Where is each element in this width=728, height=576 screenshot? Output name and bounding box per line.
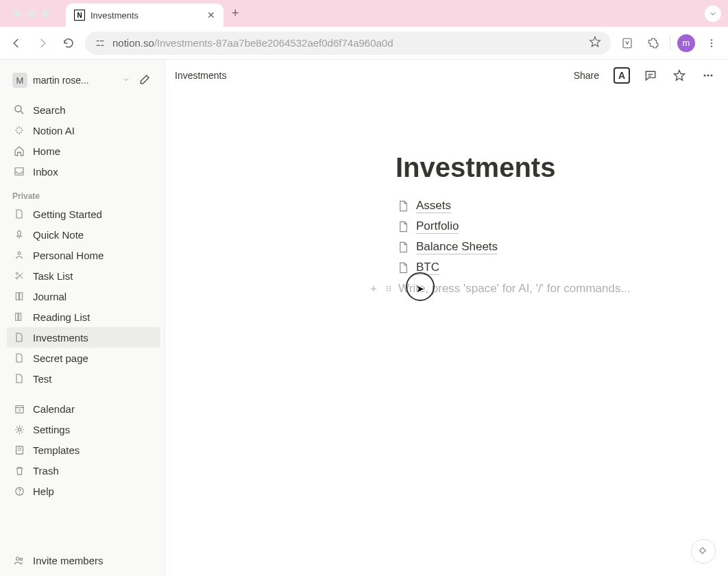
svg-point-19 — [19, 493, 19, 494]
new-page-button[interactable] — [136, 69, 155, 91]
reload-icon — [62, 37, 75, 49]
new-tab-button[interactable]: + — [232, 6, 239, 21]
person-icon — [12, 248, 26, 262]
maximize-window[interactable] — [41, 10, 49, 18]
site-settings-icon[interactable] — [95, 38, 106, 49]
window-controls — [7, 10, 56, 18]
close-tab-icon[interactable]: ✕ — [207, 10, 215, 21]
svg-point-26 — [389, 286, 391, 287]
trash-icon — [12, 464, 26, 477]
add-block-icon[interactable] — [368, 284, 379, 293]
bookmark-star-icon[interactable] — [589, 36, 601, 50]
notion-app: M martin rose... Search Notion AI Home I… — [0, 60, 728, 576]
sidebar-item-search[interactable]: Search — [7, 99, 160, 120]
sidebar-item-inbox[interactable]: Inbox — [7, 161, 160, 182]
svg-point-8 — [15, 106, 21, 112]
profile-avatar[interactable]: m — [677, 34, 695, 52]
svg-point-22 — [704, 74, 706, 76]
sidebar-page-test[interactable]: Test — [7, 368, 160, 389]
sidebar-item-templates[interactable]: Templates — [7, 440, 160, 460]
subpage-assets[interactable]: Assets — [396, 195, 728, 216]
url-bar-row: notion.so/Investments-87aa7be8e2064532ae… — [0, 27, 728, 60]
editor-placeholder: Write, press 'space' for AI, '/' for com… — [398, 282, 631, 296]
template-icon — [12, 443, 26, 457]
sidebar-item-notion-ai[interactable]: Notion AI — [7, 120, 160, 141]
page-title[interactable]: Investments — [396, 152, 728, 183]
page-icon — [396, 239, 411, 254]
page-icon — [12, 372, 26, 385]
sidebar: M martin rose... Search Notion AI Home I… — [0, 60, 165, 576]
dots-icon — [701, 69, 715, 82]
book-icon — [12, 289, 26, 303]
extensions-icon[interactable] — [644, 34, 663, 53]
svg-point-27 — [387, 288, 388, 289]
sidebar-item-settings[interactable]: Settings — [7, 419, 160, 440]
address-bar[interactable]: notion.so/Investments-87aa7be8e2064532ae… — [85, 32, 611, 55]
favorite-button[interactable] — [669, 65, 690, 86]
svg-point-28 — [389, 288, 391, 289]
minimize-window[interactable] — [27, 10, 36, 18]
browser-menu-icon[interactable] — [702, 34, 721, 53]
sidebar-item-trash[interactable]: Trash — [7, 460, 160, 481]
svg-point-5 — [711, 39, 712, 40]
scissors-icon — [12, 269, 26, 283]
sidebar-section-private: Private — [7, 182, 160, 204]
sidebar-invite-members[interactable]: Invite members — [7, 550, 160, 571]
sidebar-page-secret[interactable]: Secret page — [7, 348, 160, 368]
sidebar-page-quick-note[interactable]: Quick Note — [7, 224, 160, 245]
sidebar-page-personal-home[interactable]: Personal Home — [7, 245, 160, 265]
forward-button[interactable] — [33, 34, 52, 53]
font-style-button[interactable]: A — [611, 65, 632, 86]
ai-fab-button[interactable] — [691, 539, 716, 564]
svg-point-6 — [711, 42, 712, 43]
star-icon — [672, 69, 686, 82]
subpage-balance-sheets[interactable]: Balance Sheets — [396, 237, 728, 257]
browser-chrome: N Investments ✕ + notion.so/Investments-… — [0, 0, 728, 60]
tab-strip: N Investments ✕ + — [0, 0, 728, 27]
svg-text:8: 8 — [18, 408, 20, 412]
calendar-icon: 8 — [12, 402, 26, 416]
sidebar-item-home[interactable]: Home — [7, 141, 160, 161]
arrow-right-icon — [36, 37, 49, 49]
drag-handle-icon[interactable] — [383, 284, 394, 293]
back-button[interactable] — [7, 34, 26, 53]
subpage-btc[interactable]: BTC — [396, 257, 728, 278]
reader-mode-icon[interactable] — [618, 34, 637, 53]
tab-overflow-button[interactable] — [705, 5, 721, 22]
sidebar-page-journal[interactable]: Journal — [7, 286, 160, 307]
topbar: Investments Share A — [165, 60, 728, 91]
svg-point-29 — [387, 290, 388, 291]
svg-point-24 — [711, 74, 713, 76]
svg-point-9 — [18, 252, 21, 254]
close-window[interactable] — [14, 10, 22, 18]
svg-rect-2 — [97, 45, 100, 45]
people-icon — [12, 553, 26, 567]
page-icon — [12, 331, 26, 344]
reload-button[interactable] — [59, 34, 78, 53]
subpage-portfolio[interactable]: Portfolio — [396, 216, 728, 237]
sidebar-page-getting-started[interactable]: Getting Started — [7, 204, 160, 224]
new-block-row[interactable]: Write, press 'space' for AI, '/' for com… — [368, 278, 728, 296]
svg-rect-4 — [623, 38, 631, 48]
page-icon — [396, 260, 411, 275]
page-icon — [12, 351, 26, 365]
share-button[interactable]: Share — [570, 67, 603, 84]
sidebar-page-investments[interactable]: Investments — [7, 327, 160, 348]
browser-tab[interactable]: N Investments ✕ — [66, 3, 223, 27]
main-content: Investments Share A Investments Assets — [165, 60, 728, 576]
svg-rect-12 — [16, 313, 18, 321]
sidebar-item-calendar[interactable]: 8 Calendar — [7, 398, 160, 419]
svg-point-23 — [707, 74, 709, 76]
sidebar-page-task-list[interactable]: Task List — [7, 265, 160, 286]
more-options-button[interactable] — [698, 65, 718, 86]
workspace-name: martin rose... — [33, 75, 117, 86]
pin-icon — [12, 228, 26, 241]
svg-rect-13 — [19, 313, 21, 321]
url-host: notion.so/Investments-87aa7be8e2064532ae… — [112, 37, 393, 49]
comments-button[interactable] — [640, 65, 661, 86]
breadcrumb[interactable]: Investments — [175, 70, 226, 81]
workspace-switcher[interactable]: M martin rose... — [7, 65, 160, 95]
sidebar-item-help[interactable]: Help — [7, 481, 160, 501]
workspace-avatar: M — [12, 73, 27, 88]
sidebar-page-reading-list[interactable]: Reading List — [7, 307, 160, 327]
